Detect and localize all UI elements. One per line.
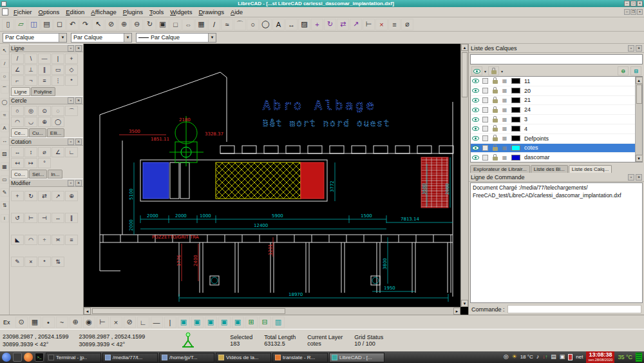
layer-visible-icon[interactable] (471, 88, 480, 93)
layer-construction-icon[interactable]: ▦ (500, 97, 509, 103)
layer-construction-icon[interactable]: ▦ (500, 117, 509, 123)
remove-layer-button[interactable]: ⊟ (630, 66, 641, 75)
layer-print-icon[interactable] (480, 145, 490, 151)
modifier-tool-icon[interactable]: ÷ (38, 235, 51, 245)
layer-print-icon[interactable] (480, 135, 490, 141)
modifier-tool-icon[interactable]: ◠ (24, 235, 37, 245)
palette-tab[interactable]: Elli... (47, 128, 64, 137)
modifier-tool-icon[interactable]: × (24, 257, 37, 267)
layer-row[interactable]: ▦ 20 (471, 86, 635, 96)
titlebar[interactable]: LibreCAD - [...st LibreCAD carlessi_dasc… (0, 0, 644, 7)
palette-tab[interactable]: In... (48, 170, 62, 179)
scroll-up-icon[interactable]: ▲ (461, 44, 468, 51)
dock-float-icon[interactable]: ▫ (628, 174, 634, 181)
modifier-tool-icon[interactable]: ⇄ (38, 191, 51, 201)
cotation-tool-icon[interactable]: ∠ (52, 147, 64, 157)
zoom-redraw-icon[interactable]: ↻ (144, 19, 156, 30)
snap-endpoint-icon[interactable]: • (43, 317, 55, 328)
layer-name[interactable]: cotes (522, 144, 538, 151)
dock-close-icon[interactable]: × (75, 97, 82, 104)
layer-row[interactable]: ▦ 24 (471, 105, 635, 115)
chevron-down-icon[interactable]: ▼ (124, 34, 131, 42)
scroll-up-icon[interactable]: ▲ (636, 77, 643, 84)
layer-lock-icon[interactable] (490, 78, 500, 84)
modifier-tool-icon[interactable]: ↗ (52, 191, 64, 201)
zoom-in-alt-icon[interactable]: ⊞ (245, 317, 258, 328)
layer-lock-icon[interactable] (490, 117, 500, 123)
cercle-tool-icon[interactable]: ◯ (52, 117, 64, 127)
dock-float-icon[interactable]: ▫ (68, 97, 74, 104)
zoom-out-alt-icon[interactable]: ⊟ (259, 317, 271, 328)
firefox-icon[interactable] (24, 353, 33, 362)
grid-icon[interactable]: ▦ (195, 19, 207, 30)
rail-text-icon[interactable]: A (1, 124, 9, 132)
layer-row[interactable]: ▦ dascomar (471, 153, 635, 162)
layer-print-icon[interactable] (480, 88, 490, 93)
dock-close-icon[interactable]: × (75, 180, 82, 186)
palette-tab[interactable]: Ce... (11, 128, 28, 137)
modifier-tool-icon[interactable]: ∥ (65, 213, 78, 223)
taskbar-window-button[interactable]: Vidéos de la... (216, 353, 271, 362)
print-icon[interactable]: ▤ (41, 19, 53, 30)
pen-linetype-combo[interactable]: Par Calque ▼ (136, 33, 216, 43)
pen-color-combo[interactable]: Par Calque ▼ (3, 33, 67, 43)
drawing-canvas[interactable]: Abro Albage Bât mort nord ouest (84, 44, 460, 307)
chevron-down-icon[interactable]: ▼ (208, 34, 216, 42)
layer-color-swatch[interactable] (511, 88, 520, 93)
trim-icon[interactable]: ⊢ (363, 19, 375, 30)
draft-view-icon-2[interactable]: ▣ (191, 317, 204, 328)
layer-visible-icon[interactable] (471, 136, 480, 141)
menu-item[interactable]: Tools (146, 8, 167, 16)
dock-tab[interactable]: Liste des Calq... (569, 165, 612, 173)
layer-name[interactable]: 11 (522, 78, 530, 84)
print-preview-icon[interactable]: ◻ (53, 19, 66, 30)
canvas-hscrollbar[interactable]: ◄ ► (84, 307, 460, 315)
terminal-icon[interactable]: >_ (35, 353, 44, 362)
rail-order-icon[interactable]: ⇅ (1, 201, 9, 210)
command-input[interactable] (507, 305, 641, 313)
palette-tab[interactable]: Polyline (31, 87, 55, 96)
layer-list-header[interactable]: Liste des Calques ▫ × (469, 44, 644, 53)
pen-width-combo[interactable]: Par Calque ▼ (71, 33, 132, 43)
rail-modify-icon[interactable]: ✎ (1, 188, 9, 197)
layer-lock-icon[interactable] (490, 155, 500, 161)
rail-ellipse-icon[interactable]: ◯ (1, 98, 9, 106)
ligne-tool-icon[interactable]: \ (24, 54, 37, 64)
modifier-tool-icon[interactable]: ↺ (11, 213, 24, 223)
modifier-tool-icon[interactable]: ↔ (52, 213, 64, 223)
layer-print-icon[interactable] (480, 107, 490, 113)
layer-color-swatch[interactable] (511, 135, 520, 141)
rail-hatch-icon[interactable]: ▨ (1, 150, 9, 158)
zoom-auto-icon[interactable]: ▣ (156, 19, 169, 30)
cercle-tool-icon[interactable]: ⌒ (65, 106, 78, 116)
rail-image-icon[interactable]: ▭ (1, 175, 9, 184)
cotation-tool-icon[interactable]: ↕ (24, 147, 37, 157)
ligne-tool-icon[interactable]: + (65, 54, 78, 64)
layer-construction-icon[interactable]: ▦ (500, 126, 509, 132)
mirror-icon[interactable]: ⇄ (337, 19, 349, 30)
ligne-tool-icon[interactable]: / (11, 54, 24, 64)
snap-distance-icon[interactable]: ⊢ (97, 317, 109, 328)
menu-item[interactable]: Affichage (88, 8, 119, 16)
polyline-tool-icon[interactable]: ≈ (221, 19, 233, 30)
layer-lock-icon[interactable] (490, 145, 500, 151)
scroll-left-icon[interactable]: ◄ (84, 308, 91, 315)
restrict-orthogonal-icon[interactable]: ∟ (137, 317, 149, 328)
layer-visible-icon[interactable] (471, 79, 480, 83)
restrict-vertical-icon[interactable]: | (164, 317, 176, 328)
layer-color-swatch[interactable] (511, 155, 520, 161)
modifier-tool-icon[interactable]: ≍ (52, 235, 64, 245)
arc-tool-icon[interactable]: ⌒ (234, 19, 246, 30)
palette-tab[interactable]: Cu... (29, 128, 46, 137)
rail-select-icon[interactable]: ↖ (1, 46, 9, 55)
snap-free-icon[interactable]: ⊙ (15, 317, 28, 328)
palette-tab[interactable]: Ligne (11, 87, 30, 96)
scroll-down-icon[interactable]: ▼ (636, 155, 643, 162)
app-launcher-icon[interactable] (13, 353, 22, 362)
cotation-tool-icon[interactable]: ⌀ (38, 147, 51, 157)
dock-float-icon[interactable]: ▫ (68, 139, 74, 145)
cercle-tool-icon[interactable]: ◡ (24, 117, 37, 127)
cotation-tool-icon[interactable]: ∟ (65, 147, 78, 157)
rail-block-icon[interactable]: ▦ (1, 162, 9, 171)
layer-color-swatch[interactable] (511, 97, 520, 103)
